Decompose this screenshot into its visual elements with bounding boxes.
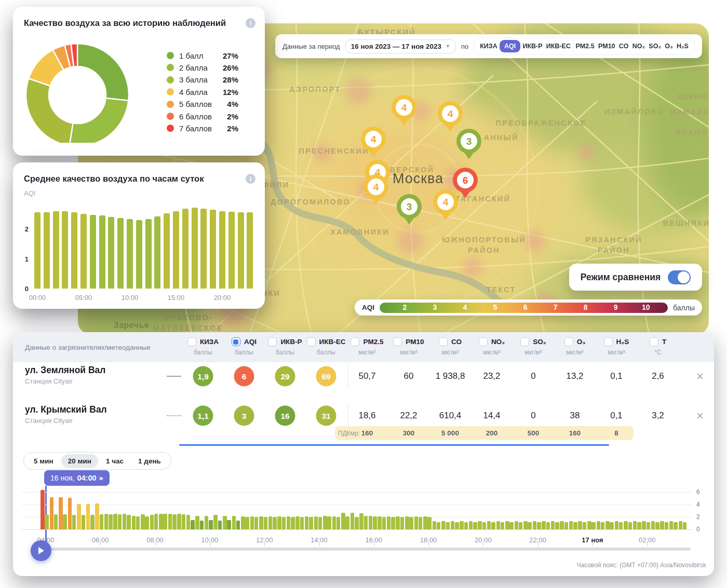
filter-option-CO[interactable]: CO (617, 40, 630, 52)
legend-label: 2 балла (179, 63, 217, 72)
legend-dot (167, 101, 174, 108)
legend-item: 1 балл 27% (167, 50, 238, 61)
timeline-bar-station2 (300, 517, 304, 529)
timeline-bar-station2 (72, 515, 76, 529)
chevron-down-icon: ▼ (446, 44, 450, 49)
hour-bar (62, 211, 68, 289)
filter-option-КИЗА[interactable]: КИЗА (478, 40, 499, 52)
legend-label: 3 балла (179, 75, 217, 84)
timeline-bar-station2 (619, 522, 623, 529)
timeline-bar-station2 (382, 517, 386, 529)
timeline-bar-station1 (77, 504, 81, 529)
timeline-bar-station2 (100, 514, 104, 529)
timeline-bar-station2 (501, 522, 505, 529)
svg-text:4: 4 (371, 134, 376, 145)
district-label: ЮЖНОПОРТОВЫЙ (442, 236, 526, 244)
filter-option-NO₂[interactable]: NO₂ (631, 40, 647, 52)
info-icon[interactable]: i (246, 18, 255, 28)
timeline-bar-station1 (159, 514, 163, 529)
aqi-scale-unit: баллы (673, 304, 695, 312)
filter-option-H₂S[interactable]: H₂S (675, 40, 690, 52)
district-label: ДОРОГОМИЛОВО (271, 198, 350, 206)
hour-bar (44, 212, 50, 289)
timeline-bar-station1 (223, 516, 227, 529)
district-label: ФИЛИ (262, 181, 289, 189)
options-divider (573, 40, 573, 52)
filter-option-AQI[interactable]: AQI (500, 40, 520, 52)
filter-option-PM10[interactable]: PM10 (597, 40, 617, 52)
map-pin[interactable]: 4 (432, 188, 459, 222)
timeline-bar-station1 (41, 490, 45, 529)
timeline-bar-station2 (446, 522, 450, 529)
timeline-bar-station2 (327, 516, 331, 529)
svg-text:4: 4 (443, 197, 449, 208)
timeline-tick (647, 542, 648, 546)
hour-bar (164, 213, 170, 289)
map-pin[interactable]: 4 (362, 173, 389, 207)
period-select[interactable]: 16 ноя 2023 — 17 ноя 2023 ▼ (345, 39, 456, 53)
timeline-bar-station1 (624, 521, 628, 529)
timeline-bar-station2 (200, 521, 204, 529)
hour-bar (80, 214, 87, 289)
filter-option-SO₂[interactable]: SO₂ (647, 40, 663, 52)
map-pin[interactable]: 4 (360, 126, 387, 159)
timeline-bar-station1 (314, 516, 318, 529)
period-label: Данные за период (282, 43, 340, 50)
timeline-bar-station1 (414, 516, 419, 529)
timeline-tick (483, 542, 483, 546)
svg-text:3: 3 (407, 201, 412, 212)
timeline-bar-station2 (637, 522, 641, 529)
history-card: Качество воздуха за всю историю наблюден… (13, 7, 265, 156)
scale-number: 9 (614, 303, 618, 311)
legend-dot (167, 64, 174, 71)
filter-option-ИКВ-Р[interactable]: ИКВ-Р (521, 40, 544, 52)
donut-slice (77, 44, 129, 101)
timeline-bar-station1 (560, 521, 564, 529)
timeline-bar-station1 (496, 521, 501, 529)
timeline-bar-station1 (651, 521, 655, 529)
timeline-bar-station2 (154, 514, 158, 529)
timeline-bar-station1 (578, 521, 582, 529)
timeline-tick (100, 542, 101, 546)
timeline-tick (593, 542, 593, 546)
timeline-bar-station2 (355, 517, 359, 529)
scale-number: 6 (523, 303, 528, 311)
city-label: Москва (393, 171, 443, 187)
filter-option-ИКВ-ЕС[interactable]: ИКВ-ЕС (545, 40, 572, 52)
compare-mode-label: Режим сравнения (581, 272, 661, 283)
timeline-bar-station1 (113, 514, 117, 529)
timeline-ytick: 0 (696, 526, 700, 533)
timeline-bar-station1 (186, 515, 191, 529)
compare-mode-toggle[interactable] (668, 270, 691, 284)
timeline-slider[interactable] (31, 548, 691, 551)
hours-xtick: 05:00 (75, 294, 92, 302)
hours-card: Среднее качество воздуха по часам суток … (13, 162, 265, 309)
timeline-bar-station1 (405, 516, 409, 529)
legend-dot (167, 88, 174, 95)
map-pin[interactable]: 4 (391, 94, 418, 127)
timeline-bar-station2 (491, 522, 495, 529)
filters-bar: Данные за период 16 ноя 2023 — 17 ноя 20… (275, 34, 702, 58)
filter-option-O₃[interactable]: O₃ (663, 40, 675, 52)
timeline-bar-station2 (464, 522, 468, 529)
legend-label: 7 баллов (179, 124, 217, 133)
hour-bar (71, 212, 77, 289)
by-label: по (461, 43, 468, 50)
timeline-bar-station1 (369, 516, 373, 529)
legend-value: 2% (217, 124, 238, 133)
legend-dot (167, 76, 174, 84)
compare-mode-card: Режим сравнения (569, 264, 702, 291)
district-label: ХАМОВНИКИ (330, 228, 389, 236)
legend-dot (167, 113, 174, 120)
map-pin[interactable]: 3 (396, 193, 423, 226)
hour-bar (238, 212, 244, 289)
scale-number: 7 (554, 303, 558, 311)
timeline-bar-station1 (669, 521, 674, 529)
timeline-bar-station1 (305, 516, 309, 529)
timeline-bar-station1 (451, 521, 455, 529)
filter-option-PM2.5[interactable]: PM2.5 (574, 40, 596, 52)
play-button[interactable] (31, 540, 51, 561)
timeline-ytick: 4 (696, 501, 700, 508)
timeline-bar-station2 (391, 517, 395, 529)
map-pin[interactable]: 3 (455, 128, 482, 161)
